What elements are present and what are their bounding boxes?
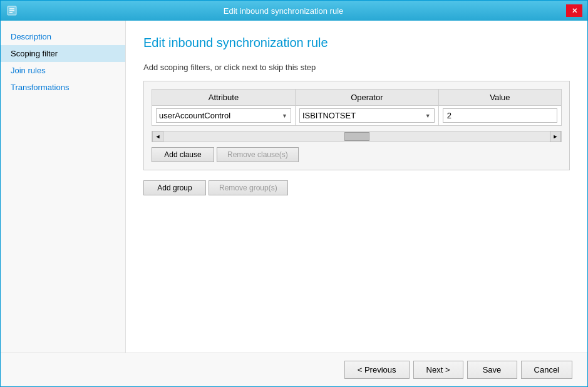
sidebar-item-join-rules[interactable]: Join rules: [1, 62, 125, 79]
next-button[interactable]: Next >: [413, 361, 463, 379]
horizontal-scrollbar[interactable]: ◄ ►: [152, 131, 562, 142]
scroll-right-arrow[interactable]: ►: [550, 131, 561, 142]
clause-buttons: Add clause Remove clause(s): [152, 147, 562, 162]
attribute-select-wrapper: userAccountControl: [156, 108, 291, 123]
main-window: Edit inbound synchronization rule ✕ Desc…: [0, 0, 588, 387]
group-buttons: Add group Remove group(s): [143, 180, 570, 195]
col-value: Value: [438, 90, 561, 106]
filter-box: Attribute Operator Value userAccountCont…: [143, 81, 570, 170]
operator-select[interactable]: ISBITNOTSET: [299, 108, 435, 123]
main-content: Edit inbound synchronization rule Add sc…: [126, 21, 587, 353]
title-bar: Edit inbound synchronization rule ✕: [1, 1, 587, 21]
remove-clauses-button[interactable]: Remove clause(s): [217, 147, 299, 162]
scroll-thumb[interactable]: [344, 132, 369, 141]
save-button[interactable]: Save: [467, 361, 517, 379]
footer: < Previous Next > Save Cancel: [1, 353, 587, 386]
cancel-button[interactable]: Cancel: [521, 361, 572, 379]
value-input[interactable]: [443, 108, 557, 123]
page-title: Edit inbound synchronization rule: [143, 36, 570, 50]
operator-select-wrapper: ISBITNOTSET: [299, 108, 435, 123]
previous-button[interactable]: < Previous: [344, 361, 410, 379]
scroll-left-arrow[interactable]: ◄: [152, 131, 163, 142]
col-operator: Operator: [295, 90, 438, 106]
attribute-select[interactable]: userAccountControl: [156, 108, 291, 123]
remove-groups-button[interactable]: Remove group(s): [209, 180, 288, 195]
sidebar-item-transformations[interactable]: Transformations: [1, 79, 125, 96]
sidebar-item-scoping-filter[interactable]: Scoping filter: [1, 45, 125, 62]
filter-table: Attribute Operator Value userAccountCont…: [152, 89, 562, 126]
sidebar-item-description[interactable]: Description: [1, 28, 125, 45]
content-area: Description Scoping filter Join rules Tr…: [1, 21, 587, 353]
scroll-track[interactable]: [163, 132, 550, 142]
title-bar-text: Edit inbound synchronization rule: [1, 6, 566, 16]
close-button[interactable]: ✕: [566, 4, 582, 17]
filter-row: userAccountControl ISBITNOTSET: [152, 106, 562, 126]
add-clause-button[interactable]: Add clause: [152, 147, 214, 162]
add-group-button[interactable]: Add group: [143, 180, 206, 195]
instruction-text: Add scoping filters, or click next to sk…: [143, 63, 570, 72]
col-attribute: Attribute: [152, 90, 296, 106]
sidebar: Description Scoping filter Join rules Tr…: [1, 21, 126, 353]
